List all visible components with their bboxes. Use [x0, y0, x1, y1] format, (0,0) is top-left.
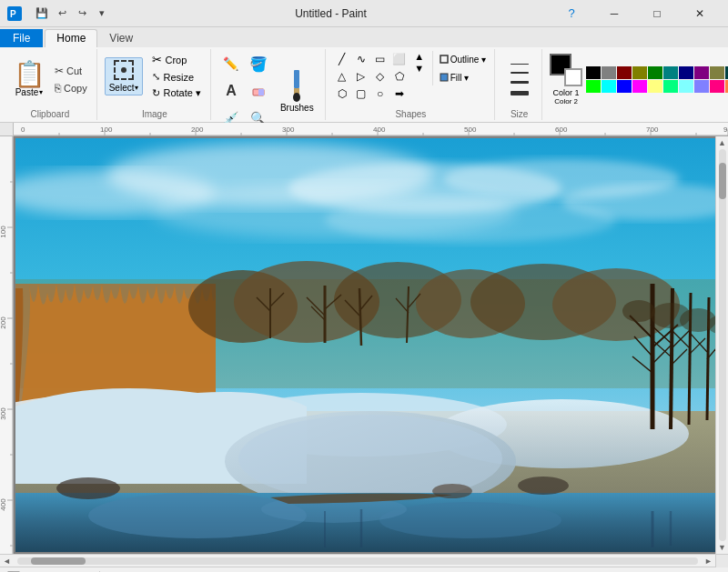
outline-button[interactable]: Outline ▾ — [437, 51, 489, 67]
arrow-shape[interactable]: ➡ — [390, 85, 409, 102]
svg-text:700: 700 — [646, 125, 659, 134]
svg-text:100: 100 — [100, 125, 113, 134]
color-swatch-18[interactable] — [586, 80, 601, 93]
tri-shape[interactable]: △ — [333, 68, 351, 85]
app-icon: P — [7, 6, 22, 21]
color-swatch-6[interactable] — [679, 66, 693, 79]
color-swatch-7[interactable] — [694, 66, 709, 79]
cut-button[interactable]: ✂ Cut — [51, 63, 91, 78]
text-button[interactable]: A — [218, 78, 244, 104]
svg-point-118 — [56, 477, 120, 499]
resize-icon: ⤡ — [152, 71, 160, 83]
size-group: Size — [497, 49, 542, 120]
color-swatch-8[interactable] — [710, 66, 724, 79]
hscroll-thumb[interactable] — [31, 557, 86, 565]
minimize-btn[interactable]: ─ — [593, 0, 635, 27]
hscroll-right-btn[interactable]: ► — [702, 555, 715, 567]
shapes-scroll-up[interactable]: ▲ — [414, 51, 425, 62]
svg-point-110 — [622, 300, 655, 322]
colors-group-content: Color 1 Color 2 — [550, 51, 728, 107]
tools-group: ✏️ 🪣 A 💉 🔍 — [213, 49, 326, 120]
color-swatch-24[interactable] — [679, 80, 693, 93]
tri2-shape[interactable]: ▷ — [352, 68, 370, 85]
rect-shape[interactable]: ▭ — [371, 51, 389, 67]
vertical-scrollbar[interactable]: ▲ ▼ — [715, 136, 728, 554]
close-btn[interactable]: ✕ — [679, 0, 721, 27]
color-preview-area — [550, 54, 582, 86]
color-swatch-20[interactable] — [617, 80, 632, 93]
hscroll-track — [17, 557, 698, 565]
shapes-scroll-down[interactable]: ▼ — [414, 63, 425, 74]
color-swatch-25[interactable] — [694, 80, 709, 93]
paste-button[interactable]: 📋 Paste ▾ — [9, 55, 49, 104]
penta-shape[interactable]: ⬠ — [390, 68, 409, 85]
curve-shape[interactable]: ∿ — [352, 51, 370, 67]
canvas-scroll-area[interactable] — [14, 136, 715, 554]
hscroll-left-btn[interactable]: ◄ — [0, 555, 14, 567]
color-swatch-3[interactable] — [632, 66, 647, 79]
vscroll-down-btn[interactable]: ▼ — [716, 543, 729, 552]
outline-label: Outline ▾ — [450, 55, 486, 65]
rr-shape[interactable]: ▢ — [352, 85, 370, 102]
color-swatch-23[interactable] — [663, 80, 678, 93]
size-button[interactable] — [500, 56, 540, 103]
brushes-label: Brushes — [280, 103, 314, 113]
color-swatch-22[interactable] — [648, 80, 662, 93]
undo-quick-btn[interactable]: ↩ — [53, 5, 71, 23]
shapes-label: Shapes — [333, 107, 489, 120]
image-label: Image — [105, 107, 205, 120]
redo-quick-btn[interactable]: ↪ — [73, 5, 91, 23]
brushes-button[interactable]: Brushes — [275, 66, 319, 116]
tab-file[interactable]: File — [0, 29, 43, 47]
svg-text:400: 400 — [373, 125, 386, 134]
maximize-btn[interactable]: □ — [636, 0, 678, 27]
color-swatch-26[interactable] — [710, 80, 724, 93]
svg-text:400: 400 — [0, 498, 7, 511]
svg-text:500: 500 — [464, 125, 477, 134]
eraser-button[interactable] — [246, 78, 271, 104]
copy-button[interactable]: ⎘ Copy — [51, 80, 91, 95]
vscroll-up-btn[interactable]: ▲ — [716, 138, 729, 147]
rect2-shape[interactable]: ⬜ — [390, 51, 409, 67]
ellipse-shape[interactable]: ○ — [371, 85, 389, 102]
color-swatch-19[interactable] — [602, 80, 616, 93]
pencil-button[interactable]: ✏️ — [218, 51, 244, 76]
select-button[interactable]: Select▾ — [105, 57, 144, 95]
hex-shape[interactable]: ⬡ — [333, 85, 351, 102]
tools-group-content: ✏️ 🪣 A 💉 🔍 — [218, 51, 319, 131]
vertical-ruler: 100 200 300 400 — [0, 136, 14, 554]
save-quick-btn[interactable]: 💾 — [33, 5, 51, 23]
qa-dropdown-btn[interactable]: ▾ — [93, 5, 111, 23]
tab-home[interactable]: Home — [45, 29, 97, 47]
svg-point-119 — [518, 477, 569, 495]
fill-button[interactable]: 🪣 — [246, 51, 271, 76]
vscroll-thumb[interactable] — [719, 163, 726, 199]
clipboard-side-buttons: ✂ Cut ⎘ Copy — [51, 63, 91, 95]
resize-button[interactable]: ⤡ Resize — [148, 69, 204, 85]
rotate-button[interactable]: ↻ Rotate ▾ — [148, 85, 204, 101]
color-swatch-4[interactable] — [648, 66, 662, 79]
image-group-content: Select▾ ✂ Crop ⤡ Resize ↻ — [105, 51, 205, 107]
paste-label: Paste ▾ — [15, 87, 44, 97]
clipboard-group: 📋 Paste ▾ ✂ Cut ⎘ Copy — [4, 49, 97, 120]
select-label: Select▾ — [109, 83, 139, 93]
color-swatch-0[interactable] — [586, 66, 601, 79]
color-swatch-5[interactable] — [663, 66, 678, 79]
crop-button[interactable]: ✂ Crop — [148, 51, 204, 68]
svg-text:100: 100 — [0, 226, 7, 238]
help-btn[interactable]: ? — [551, 0, 592, 27]
diamond-shape[interactable]: ◇ — [371, 68, 389, 85]
color-swatch-1[interactable] — [602, 66, 616, 79]
color2-swatch[interactable] — [564, 68, 582, 86]
paste-dropdown-arrow[interactable]: ▾ — [39, 88, 43, 96]
color-swatch-2[interactable] — [617, 66, 632, 79]
color-swatch-21[interactable] — [632, 80, 647, 93]
line-shape[interactable]: ╱ — [333, 51, 351, 67]
svg-rect-7 — [440, 55, 448, 63]
tab-view[interactable]: View — [97, 29, 145, 47]
outline-icon — [440, 55, 449, 64]
ribbon-tab-bar: File Home View — [0, 27, 728, 47]
fill-button[interactable]: Fill ▾ — [437, 69, 489, 85]
paint-canvas[interactable] — [15, 138, 715, 552]
colors-label: Colors — [550, 107, 728, 120]
